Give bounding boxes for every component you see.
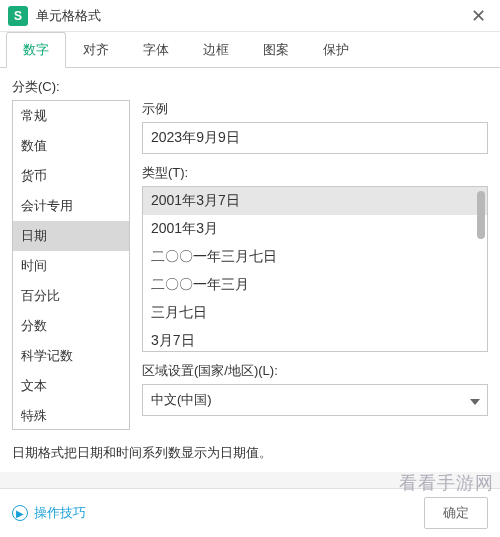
tab-border[interactable]: 边框: [186, 32, 246, 67]
window-title: 单元格格式: [36, 7, 465, 25]
type-label: 类型(T):: [142, 164, 488, 182]
tab-align[interactable]: 对齐: [66, 32, 126, 67]
category-item-time[interactable]: 时间: [13, 251, 129, 281]
tab-number[interactable]: 数字: [6, 32, 66, 68]
category-item-date[interactable]: 日期: [13, 221, 129, 251]
tab-protect[interactable]: 保护: [306, 32, 366, 67]
tab-pattern[interactable]: 图案: [246, 32, 306, 67]
scrollbar-thumb[interactable]: [477, 191, 485, 239]
play-icon: ▶: [12, 505, 28, 521]
category-item-scientific[interactable]: 科学记数: [13, 341, 129, 371]
locale-label: 区域设置(国家/地区)(L):: [142, 362, 488, 380]
sample-value: 2023年9月9日: [142, 122, 488, 154]
category-item-special[interactable]: 特殊: [13, 401, 129, 430]
category-item-number[interactable]: 数值: [13, 131, 129, 161]
category-label: 分类(C):: [12, 78, 488, 96]
tips-link[interactable]: ▶ 操作技巧: [12, 504, 86, 522]
category-list[interactable]: 常规 数值 货币 会计专用 日期 时间 百分比 分数 科学记数 文本 特殊 自定…: [12, 100, 130, 430]
category-item-general[interactable]: 常规: [13, 101, 129, 131]
tips-label: 操作技巧: [34, 504, 86, 522]
category-item-fraction[interactable]: 分数: [13, 311, 129, 341]
type-item-4[interactable]: 三月七日: [143, 299, 487, 327]
close-icon[interactable]: ✕: [465, 5, 492, 27]
dialog-body: 分类(C): 常规 数值 货币 会计专用 日期 时间 百分比 分数 科学记数 文…: [0, 68, 500, 430]
category-item-percent[interactable]: 百分比: [13, 281, 129, 311]
tab-bar: 数字 对齐 字体 边框 图案 保护: [0, 32, 500, 68]
footer: ▶ 操作技巧 确定: [0, 488, 500, 537]
description-text: 日期格式把日期和时间系列数显示为日期值。: [0, 430, 500, 472]
category-item-accounting[interactable]: 会计专用: [13, 191, 129, 221]
type-item-5[interactable]: 3月7日: [143, 327, 487, 352]
type-item-1[interactable]: 2001年3月: [143, 215, 487, 243]
category-item-text[interactable]: 文本: [13, 371, 129, 401]
tab-font[interactable]: 字体: [126, 32, 186, 67]
ok-button[interactable]: 确定: [424, 497, 488, 529]
titlebar: S 单元格格式 ✕: [0, 0, 500, 32]
type-list[interactable]: 2001年3月7日 2001年3月 二〇〇一年三月七日 二〇〇一年三月 三月七日…: [142, 186, 488, 352]
type-item-2[interactable]: 二〇〇一年三月七日: [143, 243, 487, 271]
category-item-currency[interactable]: 货币: [13, 161, 129, 191]
app-icon: S: [8, 6, 28, 26]
locale-select[interactable]: 中文(中国): [142, 384, 488, 416]
type-item-3[interactable]: 二〇〇一年三月: [143, 271, 487, 299]
type-item-0[interactable]: 2001年3月7日: [143, 187, 487, 215]
sample-label: 示例: [142, 100, 488, 118]
